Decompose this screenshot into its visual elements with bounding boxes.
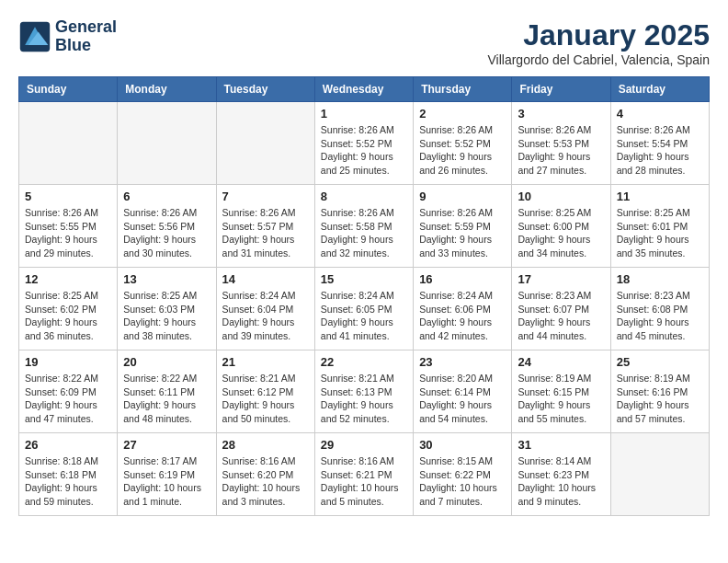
day-info: Sunrise: 8:26 AMSunset: 5:59 PMDaylight:… <box>419 206 506 260</box>
day-number: 7 <box>222 190 309 203</box>
page-header: General Blue January 2025 Villargordo de… <box>18 18 710 67</box>
day-info: Sunrise: 8:26 AMSunset: 5:52 PMDaylight:… <box>419 123 506 178</box>
weekday-header: Saturday <box>610 77 709 102</box>
day-number: 9 <box>419 190 506 203</box>
day-number: 25 <box>617 355 703 369</box>
calendar-cell: 10Sunrise: 8:25 AMSunset: 6:00 PMDayligh… <box>512 185 610 268</box>
weekday-header-row: SundayMondayTuesdayWednesdayThursdayFrid… <box>19 77 710 102</box>
day-number: 26 <box>25 438 111 452</box>
day-info: Sunrise: 8:26 AMSunset: 5:53 PMDaylight:… <box>518 123 604 178</box>
calendar-cell: 11Sunrise: 8:25 AMSunset: 6:01 PMDayligh… <box>610 185 709 268</box>
weekday-header: Sunday <box>19 77 118 102</box>
day-info: Sunrise: 8:25 AMSunset: 6:03 PMDaylight:… <box>123 289 210 343</box>
week-row: 1Sunrise: 8:26 AMSunset: 5:52 PMDaylight… <box>19 102 710 185</box>
day-number: 13 <box>123 272 210 286</box>
calendar-cell <box>19 102 118 185</box>
day-info: Sunrise: 8:24 AMSunset: 6:04 PMDaylight:… <box>222 289 309 343</box>
week-row: 5Sunrise: 8:26 AMSunset: 5:55 PMDaylight… <box>19 185 710 268</box>
day-info: Sunrise: 8:23 AMSunset: 6:07 PMDaylight:… <box>518 289 604 343</box>
calendar-cell: 19Sunrise: 8:22 AMSunset: 6:09 PMDayligh… <box>19 350 118 433</box>
day-info: Sunrise: 8:18 AMSunset: 6:18 PMDaylight:… <box>25 454 111 509</box>
day-number: 14 <box>222 272 309 286</box>
day-info: Sunrise: 8:22 AMSunset: 6:11 PMDaylight:… <box>123 372 210 426</box>
week-row: 26Sunrise: 8:18 AMSunset: 6:18 PMDayligh… <box>19 433 710 516</box>
weekday-header: Tuesday <box>216 77 314 102</box>
calendar-cell <box>610 433 709 516</box>
day-info: Sunrise: 8:16 AMSunset: 6:21 PMDaylight:… <box>321 454 407 509</box>
calendar-cell: 23Sunrise: 8:20 AMSunset: 6:14 PMDayligh… <box>414 350 512 433</box>
calendar-cell: 15Sunrise: 8:24 AMSunset: 6:05 PMDayligh… <box>314 268 413 350</box>
day-info: Sunrise: 8:15 AMSunset: 6:22 PMDaylight:… <box>419 454 506 509</box>
weekday-header: Thursday <box>414 77 512 102</box>
day-info: Sunrise: 8:20 AMSunset: 6:14 PMDaylight:… <box>419 372 506 426</box>
calendar-cell: 13Sunrise: 8:25 AMSunset: 6:03 PMDayligh… <box>118 268 216 350</box>
weekday-header: Wednesday <box>314 77 413 102</box>
day-number: 10 <box>518 190 604 203</box>
day-info: Sunrise: 8:19 AMSunset: 6:15 PMDaylight:… <box>518 372 604 426</box>
calendar-cell: 5Sunrise: 8:26 AMSunset: 5:55 PMDaylight… <box>19 185 118 268</box>
day-number: 2 <box>419 107 506 121</box>
week-row: 12Sunrise: 8:25 AMSunset: 6:02 PMDayligh… <box>19 268 710 350</box>
day-number: 24 <box>518 355 604 369</box>
calendar-cell: 7Sunrise: 8:26 AMSunset: 5:57 PMDaylight… <box>216 185 314 268</box>
day-number: 3 <box>518 107 604 121</box>
calendar-cell: 31Sunrise: 8:14 AMSunset: 6:23 PMDayligh… <box>512 433 610 516</box>
calendar-table: SundayMondayTuesdayWednesdayThursdayFrid… <box>18 76 710 516</box>
calendar-cell: 17Sunrise: 8:23 AMSunset: 6:07 PMDayligh… <box>512 268 610 350</box>
day-info: Sunrise: 8:21 AMSunset: 6:13 PMDaylight:… <box>321 372 407 426</box>
day-info: Sunrise: 8:26 AMSunset: 5:54 PMDaylight:… <box>617 123 703 178</box>
day-info: Sunrise: 8:24 AMSunset: 6:05 PMDaylight:… <box>321 289 407 343</box>
day-number: 27 <box>123 438 210 452</box>
day-info: Sunrise: 8:23 AMSunset: 6:08 PMDaylight:… <box>617 289 703 343</box>
day-info: Sunrise: 8:17 AMSunset: 6:19 PMDaylight:… <box>123 454 210 509</box>
day-number: 4 <box>617 107 703 121</box>
week-row: 19Sunrise: 8:22 AMSunset: 6:09 PMDayligh… <box>19 350 710 433</box>
day-number: 11 <box>617 190 703 203</box>
calendar-cell: 2Sunrise: 8:26 AMSunset: 5:52 PMDaylight… <box>414 102 512 185</box>
calendar-cell: 26Sunrise: 8:18 AMSunset: 6:18 PMDayligh… <box>19 433 118 516</box>
calendar-cell: 25Sunrise: 8:19 AMSunset: 6:16 PMDayligh… <box>610 350 709 433</box>
day-info: Sunrise: 8:25 AMSunset: 6:00 PMDaylight:… <box>518 206 604 260</box>
day-info: Sunrise: 8:14 AMSunset: 6:23 PMDaylight:… <box>518 454 604 509</box>
calendar-cell: 14Sunrise: 8:24 AMSunset: 6:04 PMDayligh… <box>216 268 314 350</box>
calendar-cell: 6Sunrise: 8:26 AMSunset: 5:56 PMDaylight… <box>118 185 216 268</box>
day-info: Sunrise: 8:26 AMSunset: 5:52 PMDaylight:… <box>321 123 407 178</box>
day-number: 22 <box>321 355 407 369</box>
logo-icon <box>18 20 51 53</box>
day-number: 6 <box>123 190 210 203</box>
day-number: 15 <box>321 272 407 286</box>
day-number: 21 <box>222 355 309 369</box>
day-info: Sunrise: 8:26 AMSunset: 5:57 PMDaylight:… <box>222 206 309 260</box>
day-info: Sunrise: 8:26 AMSunset: 5:56 PMDaylight:… <box>123 206 210 260</box>
day-number: 5 <box>25 190 111 203</box>
calendar-cell: 20Sunrise: 8:22 AMSunset: 6:11 PMDayligh… <box>118 350 216 433</box>
day-info: Sunrise: 8:21 AMSunset: 6:12 PMDaylight:… <box>222 372 309 426</box>
day-info: Sunrise: 8:25 AMSunset: 6:01 PMDaylight:… <box>617 206 703 260</box>
calendar-cell: 8Sunrise: 8:26 AMSunset: 5:58 PMDaylight… <box>314 185 413 268</box>
calendar-cell: 3Sunrise: 8:26 AMSunset: 5:53 PMDaylight… <box>512 102 610 185</box>
calendar-cell <box>118 102 216 185</box>
calendar-cell <box>216 102 314 185</box>
month-title: January 2025 <box>487 18 710 52</box>
calendar-cell: 12Sunrise: 8:25 AMSunset: 6:02 PMDayligh… <box>19 268 118 350</box>
day-info: Sunrise: 8:25 AMSunset: 6:02 PMDaylight:… <box>25 289 111 343</box>
calendar-cell: 28Sunrise: 8:16 AMSunset: 6:20 PMDayligh… <box>216 433 314 516</box>
calendar-cell: 22Sunrise: 8:21 AMSunset: 6:13 PMDayligh… <box>314 350 413 433</box>
day-info: Sunrise: 8:19 AMSunset: 6:16 PMDaylight:… <box>617 372 703 426</box>
day-number: 31 <box>518 438 604 452</box>
day-number: 1 <box>321 107 407 121</box>
day-number: 18 <box>617 272 703 286</box>
day-number: 12 <box>25 272 111 286</box>
logo-text: General Blue <box>55 18 117 55</box>
day-info: Sunrise: 8:26 AMSunset: 5:58 PMDaylight:… <box>321 206 407 260</box>
day-number: 8 <box>321 190 407 203</box>
weekday-header: Friday <box>512 77 610 102</box>
calendar-cell: 16Sunrise: 8:24 AMSunset: 6:06 PMDayligh… <box>414 268 512 350</box>
calendar-cell: 1Sunrise: 8:26 AMSunset: 5:52 PMDaylight… <box>314 102 413 185</box>
day-info: Sunrise: 8:26 AMSunset: 5:55 PMDaylight:… <box>25 206 111 260</box>
calendar-cell: 24Sunrise: 8:19 AMSunset: 6:15 PMDayligh… <box>512 350 610 433</box>
day-info: Sunrise: 8:22 AMSunset: 6:09 PMDaylight:… <box>25 372 111 426</box>
calendar-cell: 30Sunrise: 8:15 AMSunset: 6:22 PMDayligh… <box>414 433 512 516</box>
day-number: 20 <box>123 355 210 369</box>
day-number: 23 <box>419 355 506 369</box>
